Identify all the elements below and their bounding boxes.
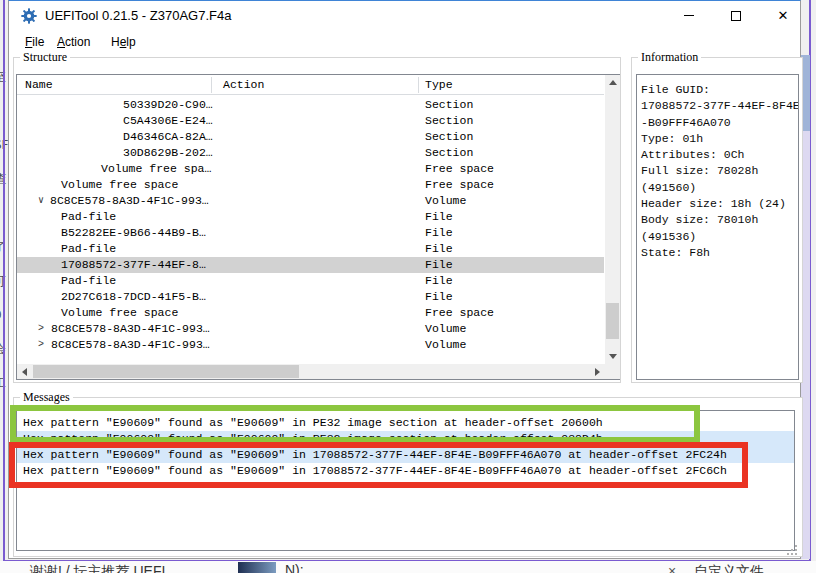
scroll-left-button[interactable]	[17, 364, 32, 379]
tree-item-type: Volume	[425, 321, 466, 337]
info-line: State: F8h	[641, 245, 798, 261]
tree-item-name: Pad-file	[61, 209, 116, 225]
info-line: File GUID:	[641, 82, 798, 98]
tree-row[interactable]: 50339D20-C90… Section	[17, 97, 604, 113]
background-taskbar-fragment	[238, 562, 276, 573]
titlebar[interactable]: UEFITool 0.21.5 - Z370AG7.F4a ✕	[9, 1, 800, 31]
scroll-right-button[interactable]	[590, 364, 605, 379]
window-title: UEFITool 0.21.5 - Z370AG7.F4a	[45, 1, 231, 31]
close-mark: ×	[668, 563, 676, 573]
scrollbar-corner	[605, 364, 620, 379]
tree-row[interactable]: ∨ 8C8CE578-8A3D-4F1C-993… Volume	[17, 193, 604, 209]
tree-row[interactable]: C5A4306E-E24… Section	[17, 113, 604, 129]
background-text: 谢谢! / 坛主推荐 UEFI	[30, 563, 165, 573]
vertical-scrollbar[interactable]	[605, 75, 620, 364]
tree-item-name: Pad-file	[61, 273, 116, 289]
tree-header: Name Action Type	[17, 75, 604, 95]
gear-icon[interactable]	[21, 8, 37, 24]
tree-row[interactable]: > 8C8CE578-8A3D-4F1C-993… Volume	[17, 321, 604, 337]
info-line: 17088572-377F-44EF-8F4E	[641, 98, 798, 114]
info-line: Attributes: 0Ch	[641, 147, 798, 163]
info-line: (491536)	[641, 229, 798, 245]
information-groupbox: Information File GUID: 17088572-377F-44E…	[631, 57, 803, 383]
triangle-left-icon	[22, 368, 27, 376]
tree-item-type: Free space	[425, 305, 494, 321]
tree-item-type: Section	[425, 129, 473, 145]
tree-item-name: 50339D20-C90…	[123, 97, 213, 113]
close-icon: ✕	[778, 8, 789, 23]
horizontal-scrollbar-thumb[interactable]	[33, 365, 299, 378]
tree-item-type: Section	[425, 97, 473, 113]
tree-row[interactable]: Pad-file File	[17, 241, 604, 257]
tree-item-type: Volume	[425, 337, 466, 353]
tree-row[interactable]: Pad-file File	[17, 209, 604, 225]
maximize-button[interactable]	[714, 1, 758, 30]
tree-item-name: C5A4306E-E24…	[123, 113, 213, 129]
information-group-label: Information	[638, 50, 701, 65]
tree-item-type: File	[425, 209, 453, 225]
tree-item-name: Volume free space	[61, 305, 178, 321]
tree-row[interactable]: D46346CA-82A… Section	[17, 129, 604, 145]
column-header-name[interactable]: Name	[25, 75, 53, 95]
tree-item-type: File	[425, 225, 453, 241]
structure-groupbox: Structure Name Action Type 50339D20-C90……	[13, 57, 621, 383]
tree-item-name: B52282EE-9B66-44B9-B…	[61, 225, 206, 241]
menu-help[interactable]: Help	[109, 31, 138, 53]
tree-row[interactable]: 30D8629B-202… Section	[17, 145, 604, 161]
minimize-button[interactable]	[667, 1, 711, 30]
tree-row[interactable]: Pad-file File	[17, 273, 604, 289]
tree-item-type: File	[425, 241, 453, 257]
tree-item-type: File	[425, 289, 453, 305]
background-text: 自定义文件	[694, 563, 764, 573]
tree-row[interactable]: Volume free spa… Free space	[17, 161, 604, 177]
column-header-action[interactable]: Action	[223, 75, 264, 95]
column-header-type[interactable]: Type	[425, 75, 453, 95]
background-text: N):	[285, 562, 304, 573]
triangle-right-icon	[595, 368, 600, 376]
tree-item-type: Free space	[425, 161, 494, 177]
triangle-up-icon	[609, 80, 617, 85]
tree-item-name: 8C8CE578-8A3D-4F1C-993…	[50, 193, 209, 209]
chevron-right-icon[interactable]: >	[38, 321, 44, 337]
tree-row[interactable]: B52282EE-9B66-44B9-B… File	[17, 225, 604, 241]
structure-tree[interactable]: Name Action Type 50339D20-C90… Section C…	[16, 74, 620, 380]
annotation-red-box	[9, 442, 748, 488]
structure-group-label: Structure	[20, 50, 70, 65]
annotation-green-box	[10, 405, 700, 443]
messages-group-label: Messages	[20, 390, 73, 405]
tree-item-name: 17088572-377F-44EF-8…	[61, 257, 206, 273]
tree-item-name: 8C8CE578-8A3D-4F1C-993…	[51, 321, 210, 337]
info-line: Header size: 18h (24)	[641, 196, 798, 212]
minimize-icon	[684, 15, 694, 16]
tree-item-name: 8C8CE578-8A3D-4F1C-993…	[51, 337, 210, 353]
maximize-icon	[731, 11, 741, 21]
horizontal-scrollbar[interactable]	[17, 364, 605, 379]
info-line: (491560)	[641, 180, 798, 196]
tree-item-type: Free space	[425, 177, 494, 193]
tree-item-type: File	[425, 273, 453, 289]
column-divider[interactable]	[211, 77, 212, 93]
column-divider[interactable]	[418, 77, 419, 93]
resize-grip-icon[interactable]	[785, 543, 797, 555]
tree-item-name: 30D8629B-202…	[123, 145, 213, 161]
close-button[interactable]: ✕	[761, 1, 805, 30]
scroll-down-button[interactable]	[605, 349, 620, 364]
information-panel[interactable]: File GUID: 17088572-377F-44EF-8F4E -B09F…	[636, 74, 799, 380]
info-line: Type: 01h	[641, 131, 798, 147]
tree-item-name: Volume free space	[61, 177, 178, 193]
chevron-down-icon[interactable]: ∨	[38, 193, 44, 209]
tree-item-type: Volume	[425, 193, 466, 209]
tree-item-type: Section	[425, 113, 473, 129]
tree-row[interactable]: > 8C8CE578-8A3D-4F1C-993… Volume	[17, 337, 604, 353]
scroll-up-button[interactable]	[605, 75, 620, 90]
tree-row-selected[interactable]: 17088572-377F-44EF-8… File	[17, 257, 604, 273]
tree-row[interactable]: Volume free space Free space	[17, 305, 604, 321]
tree-row[interactable]: Volume free space Free space	[17, 177, 604, 193]
tree-row[interactable]: 2D27C618-7DCD-41F5-B… File	[17, 289, 604, 305]
info-line: Full size: 78028h	[641, 163, 798, 179]
info-line: -B09FFF46A070	[641, 115, 798, 131]
vertical-scrollbar-thumb[interactable]	[606, 303, 619, 339]
tree-item-name: D46346CA-82A…	[123, 129, 213, 145]
tree-item-name: Volume free spa…	[101, 161, 211, 177]
chevron-right-icon[interactable]: >	[38, 337, 44, 353]
